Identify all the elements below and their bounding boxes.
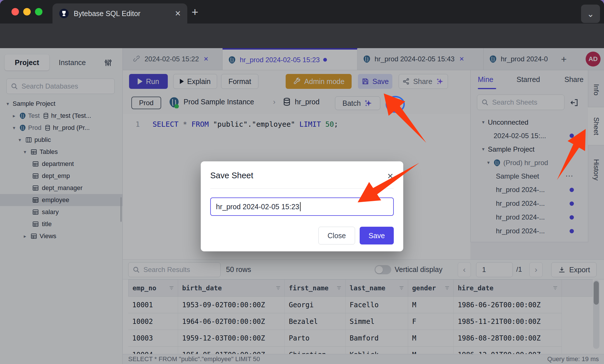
window-zoom-button[interactable] [35, 8, 42, 15]
browser-tab[interactable]: Bytebase SQL Editor ✕ [52, 3, 187, 24]
chevron-down-icon: ⌄ [587, 9, 594, 19]
window-minimize-button[interactable] [23, 8, 31, 15]
dialog-close-icon[interactable]: ✕ [387, 172, 393, 181]
desktop: Bytebase SQL Editor ✕ + ⌄ ← → localhost:… [0, 0, 604, 364]
save-sheet-dialog: Save Sheet ✕ hr_prod 2024-02-05 15:23 Cl… [201, 161, 403, 251]
window-close-button[interactable] [11, 8, 19, 15]
dialog-save-button[interactable]: Save [360, 227, 394, 244]
browser-window: Bytebase SQL Editor ✕ + ⌄ ← → localhost:… [0, 0, 604, 364]
browser-tab-title: Bytebase SQL Editor [74, 9, 170, 18]
dialog-close-button[interactable]: Close [318, 227, 355, 244]
dialog-divider [210, 188, 394, 189]
browser-toolbar: ← → localhost:8080/sql-editor/prod-sampl… [0, 24, 604, 48]
bytebase-favicon [59, 8, 69, 19]
dialog-title: Save Sheet [210, 171, 253, 180]
new-tab-button[interactable]: + [192, 6, 198, 19]
text-caret [300, 202, 301, 211]
browser-tab-close-icon[interactable]: ✕ [175, 9, 181, 18]
browser-tabstrip: Bytebase SQL Editor ✕ + ⌄ [0, 0, 604, 24]
tab-search-button[interactable]: ⌄ [581, 5, 600, 23]
sheet-name-input[interactable]: hr_prod 2024-02-05 15:23 [210, 197, 394, 216]
